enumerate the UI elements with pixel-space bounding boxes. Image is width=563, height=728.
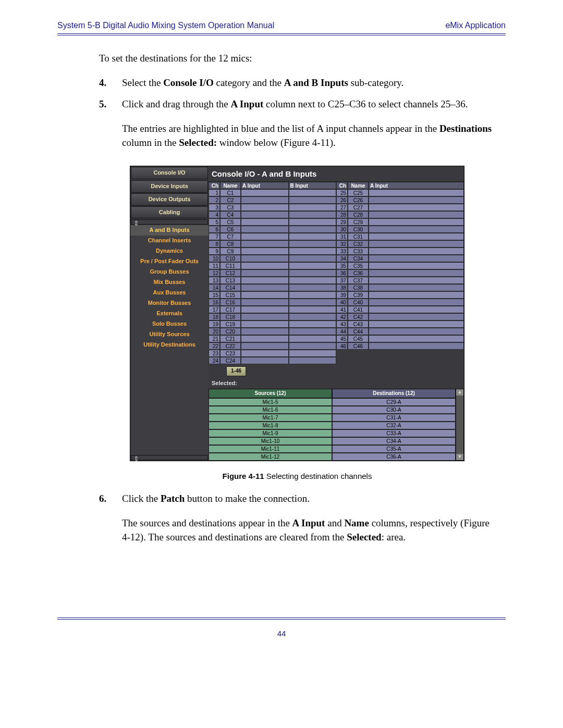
table-row[interactable]: 19C19 — [209, 320, 336, 328]
col-b-input[interactable]: B Input — [289, 182, 337, 189]
col-a-input[interactable]: A Input — [369, 182, 464, 189]
table-row[interactable]: 41C41 — [336, 306, 464, 313]
sidebar-item[interactable]: Utility Destinations — [130, 340, 209, 350]
table-row-empty — [336, 357, 464, 364]
ss-spacer: ⇕ — [131, 455, 208, 460]
table-row[interactable]: 14C14 — [209, 284, 336, 291]
table-row[interactable]: 40C40 — [336, 299, 464, 306]
table-row[interactable]: 11C11 — [209, 262, 336, 269]
table-row[interactable]: 30C30 — [336, 226, 464, 233]
table-row[interactable]: 33C33 — [336, 248, 464, 255]
table-row[interactable]: 7C7 — [209, 233, 336, 240]
table-row[interactable]: 15C15 — [209, 291, 336, 299]
table-row[interactable]: 5C5 — [209, 218, 336, 226]
col-ch[interactable]: Ch — [336, 182, 348, 189]
col-name[interactable]: Name — [348, 182, 369, 189]
table-row[interactable]: 36C36 — [336, 269, 464, 277]
figure-caption: Figure 4-11 Selecting destination channe… — [99, 471, 495, 482]
table-row[interactable]: 43C43 — [336, 320, 464, 328]
table-row[interactable]: 6C6 — [209, 226, 336, 233]
ss-title: Console I/O - A and B Inputs — [209, 166, 464, 182]
table-row-empty — [336, 350, 464, 357]
sort-icon[interactable]: ⇕ — [133, 454, 139, 464]
ss-pager: 1-46 — [209, 364, 464, 378]
sidebar-item[interactable]: Utility Sources — [130, 329, 209, 340]
footer-rule — [57, 618, 506, 620]
table-row[interactable]: 18C18 — [209, 313, 336, 320]
table-row[interactable]: 29C29 — [336, 218, 464, 226]
table-row[interactable]: 12C12 — [209, 269, 336, 277]
sidebar-item[interactable]: Aux Busses — [130, 288, 209, 298]
table-row[interactable]: 22C22 — [209, 342, 336, 350]
table-row[interactable]: 32C32 — [336, 240, 464, 248]
sidebar-item[interactable]: Group Busses — [130, 267, 209, 277]
table-row[interactable]: 24C24 — [209, 357, 336, 364]
selected-row[interactable]: Mic1-7C31-A — [209, 414, 456, 422]
sidebar-item[interactable]: Externals — [130, 309, 209, 319]
selected-row[interactable]: Mic1-9C33-A — [209, 429, 456, 437]
table-row[interactable]: 10C10 — [209, 255, 336, 262]
table-row[interactable]: 28C28 — [336, 211, 464, 218]
col-a-input[interactable]: A Input — [241, 182, 289, 189]
ss-spacer: ⇕ — [131, 219, 208, 225]
table-row[interactable]: 4C4 — [209, 211, 336, 218]
doc-section: eMix Application — [445, 21, 506, 30]
selected-row[interactable]: Mic1-10C34-A — [209, 437, 456, 445]
sort-icon[interactable]: ⇕ — [133, 219, 139, 229]
selected-row[interactable]: Mic1-12C36-A — [209, 453, 456, 461]
table-row[interactable]: 35C35 — [336, 262, 464, 269]
table-row[interactable]: 31C31 — [336, 233, 464, 240]
sidebar-item[interactable]: Solo Busses — [130, 319, 209, 329]
ss-category[interactable]: Console I/O — [131, 167, 208, 179]
table-row[interactable]: 39C39 — [336, 291, 464, 299]
pager-button[interactable]: 1-46 — [226, 366, 246, 376]
sidebar-item[interactable]: Pre / Post Fader Outs — [130, 256, 209, 267]
table-row[interactable]: 17C17 — [209, 306, 336, 313]
sidebar-category[interactable]: Cabling — [131, 206, 208, 219]
selected-row[interactable]: Mic1-11C35-A — [209, 445, 456, 453]
step-item: 4.Select the Console I/O category and th… — [99, 76, 495, 90]
table-row[interactable]: 3C3 — [209, 204, 336, 211]
table-row[interactable]: 2C2 — [209, 196, 336, 204]
table-row[interactable]: 20C20 — [209, 328, 336, 335]
table-row[interactable]: 42C42 — [336, 313, 464, 320]
table-row[interactable]: 21C21 — [209, 335, 336, 342]
table-row[interactable]: 34C34 — [336, 255, 464, 262]
table-row[interactable]: 8C8 — [209, 240, 336, 248]
col-ch[interactable]: Ch — [209, 182, 220, 189]
figure-4-11: Console I/O Device InputsDevice OutputsC… — [99, 166, 495, 482]
selected-row[interactable]: Mic1-5C29-A — [209, 398, 456, 406]
sidebar-item[interactable]: Monitor Busses — [130, 298, 209, 309]
table-row[interactable]: 13C13 — [209, 277, 336, 284]
table-row[interactable]: 16C16 — [209, 299, 336, 306]
col-name[interactable]: Name — [220, 182, 241, 189]
table-row[interactable]: 26C26 — [336, 196, 464, 204]
scroll-down-icon[interactable]: ▼ — [456, 454, 463, 460]
table-row[interactable]: 37C37 — [336, 277, 464, 284]
table-row[interactable]: 46C46 — [336, 342, 464, 350]
step-item: 5.Click and drag through the A Input col… — [99, 97, 495, 112]
selected-row[interactable]: Mic1-6C30-A — [209, 406, 456, 414]
sidebar-item[interactable]: Dynamics — [130, 246, 209, 256]
table-row[interactable]: 25C25 — [336, 189, 464, 196]
sidebar-category[interactable]: Device Inputs — [131, 180, 208, 193]
selected-row[interactable]: Mic1-8C32-A — [209, 422, 456, 429]
table-row[interactable]: 38C38 — [336, 284, 464, 291]
table-row[interactable]: 45C45 — [336, 335, 464, 342]
sidebar-item[interactable]: Mix Busses — [130, 277, 209, 288]
header-rule — [57, 33, 506, 35]
table-row[interactable]: 9C9 — [209, 248, 336, 255]
sidebar-category[interactable]: Device Outputs — [131, 193, 208, 206]
page-number: 44 — [57, 629, 506, 638]
table-row[interactable]: 27C27 — [336, 204, 464, 211]
scroll-up-icon[interactable]: ▲ — [456, 389, 463, 396]
steps-list-1: 4.Select the Console I/O category and th… — [99, 76, 495, 112]
screenshot: Console I/O Device InputsDevice OutputsC… — [130, 166, 464, 462]
sidebar-item[interactable]: A and B Inputs — [130, 225, 209, 236]
table-row[interactable]: 44C44 — [336, 328, 464, 335]
sidebar-item[interactable]: Channel Inserts — [130, 236, 209, 246]
table-row[interactable]: 1C1 — [209, 189, 336, 196]
scrollbar[interactable]: ▲ ▼ — [456, 389, 464, 461]
destinations-header: Destinations (12) — [332, 389, 456, 399]
table-row[interactable]: 23C23 — [209, 350, 336, 357]
